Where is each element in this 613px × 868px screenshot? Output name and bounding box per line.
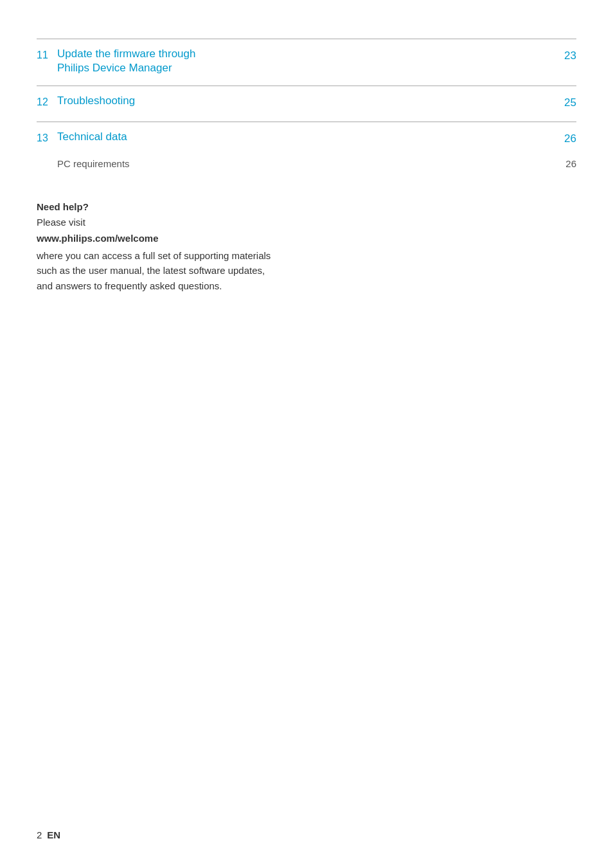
- divider-11: [37, 39, 576, 39]
- toc-section-12: 12 Troubleshooting 25: [37, 86, 576, 122]
- help-description: where you can access a full set of suppo…: [37, 248, 281, 293]
- toc-sub-page-pc: 26: [557, 157, 576, 172]
- toc-number-13: 13: [37, 130, 57, 146]
- toc-title-block-11: Update the firmware through Philips Devi…: [57, 47, 557, 75]
- help-visit: Please visit: [37, 215, 576, 230]
- toc-title-sub-11: Philips Device Manager: [57, 61, 557, 75]
- toc-sub-items-13: PC requirements 26: [37, 157, 576, 182]
- help-title: Need help?: [37, 200, 576, 215]
- toc-title-main-13: Technical data: [57, 130, 557, 144]
- toc-title-block-12: Troubleshooting: [57, 94, 557, 108]
- toc-entry-13: 13 Technical data 26: [37, 130, 576, 158]
- toc-number-11: 11: [37, 47, 57, 63]
- toc-page-12: 25: [557, 94, 576, 111]
- divider-13: [37, 122, 576, 122]
- toc-title-main-12: Troubleshooting: [57, 94, 557, 108]
- toc-page-11: 23: [557, 47, 576, 64]
- toc-entry-11: 11 Update the firmware through Philips D…: [37, 47, 576, 86]
- toc-number-12: 12: [37, 94, 57, 110]
- help-url[interactable]: www.philips.com/welcome: [37, 231, 576, 246]
- toc-section-13: 13 Technical data 26 PC requirements 26: [37, 122, 576, 182]
- toc-title-block-13: Technical data: [57, 130, 557, 144]
- footer: 2 EN: [37, 828, 60, 843]
- toc-sub-title-pc: PC requirements: [57, 157, 557, 172]
- toc-sub-item-pc-requirements: PC requirements 26: [37, 157, 576, 172]
- toc-section-11: 11 Update the firmware through Philips D…: [37, 39, 576, 86]
- toc-page-13: 26: [557, 130, 576, 147]
- divider-12: [37, 86, 576, 86]
- toc-title-main-11: Update the firmware through: [57, 47, 557, 61]
- page: 11 Update the firmware through Philips D…: [0, 0, 613, 868]
- toc-entry-12: 12 Troubleshooting 25: [37, 94, 576, 122]
- footer-language: EN: [47, 828, 60, 843]
- footer-page-number: 2: [37, 828, 42, 843]
- help-section: Need help? Please visit www.philips.com/…: [37, 200, 576, 293]
